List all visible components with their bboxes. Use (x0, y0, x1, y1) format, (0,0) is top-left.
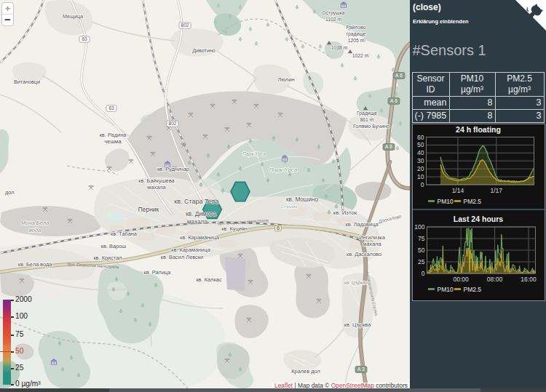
svg-text:PM2.5: PM2.5 (464, 198, 482, 205)
svg-text:кв. Димова: кв. Димова (186, 211, 216, 217)
svg-text:А 6: А 6 (385, 144, 392, 149)
svg-text:Парк Урса: Парк Урса (269, 167, 298, 173)
svg-text:60: 60 (417, 134, 424, 141)
svg-text:вода: вода (29, 227, 41, 233)
svg-text:кв. Варош: кв. Варош (101, 243, 127, 249)
svg-text:861 m: 861 m (360, 117, 374, 122)
svg-text:кв. Ладовица: кв. Ладовица (345, 221, 379, 228)
svg-text:кв. Даскалово: кв. Даскалово (347, 251, 381, 257)
svg-text:кв. Църква: кв. Църква (344, 321, 372, 328)
svg-text:75: 75 (418, 235, 425, 242)
svg-text:кв. Изток: кв. Изток (333, 209, 357, 216)
svg-text:24 h floating: 24 h floating (456, 125, 501, 134)
svg-text:63: 63 (108, 105, 114, 111)
svg-text:кв. Бела вода: кв. Бела вода (18, 261, 53, 268)
svg-text:кв. Рудничар: кв. Рудничар (157, 166, 189, 172)
svg-text:1038 m: 1038 m (331, 45, 348, 50)
svg-text:Витановци: Витановци (14, 79, 40, 85)
svg-text:63: 63 (82, 36, 87, 41)
svg-text:PM10: PM10 (438, 198, 454, 205)
svg-text:чешма: чешма (104, 138, 122, 145)
svg-text:кв. Радина: кв. Радина (100, 132, 127, 138)
svg-text:Last 24 hours: Last 24 hours (454, 215, 503, 223)
svg-text:Перник: Перник (138, 206, 159, 213)
svg-text:6: 6 (277, 225, 280, 231)
svg-text:1/17: 1/17 (491, 187, 503, 194)
svg-text:Мина Бела: Мина Бела (21, 220, 49, 226)
svg-text:20: 20 (417, 165, 424, 172)
svg-text:кв. Байкушева: кв. Байкушева (138, 177, 175, 184)
svg-text:802: 802 (181, 23, 189, 28)
svg-text:кв. Църква: кв. Църква (344, 280, 368, 286)
svg-text:кв. Стара Тева: кв. Стара Тева (174, 198, 218, 205)
svg-text:PM10: PM10 (438, 286, 454, 293)
svg-text:25: 25 (418, 258, 425, 265)
svg-text:08:00: 08:00 (487, 276, 503, 283)
svg-text:кв. Кристал: кв. Кристал (93, 255, 122, 261)
svg-text:махала: махала (147, 184, 166, 191)
svg-text:кв. Калкас: кв. Калкас (196, 276, 222, 283)
svg-text:0: 0 (421, 181, 424, 188)
svg-text:кв. Куциян: кв. Куциян (221, 225, 248, 232)
svg-text:100: 100 (414, 223, 424, 231)
svg-text:30: 30 (417, 157, 424, 164)
svg-text:кв. Караманица: кв. Караманица (180, 234, 220, 241)
svg-text:1022 m: 1022 m (352, 53, 369, 58)
svg-text:1102 m: 1102 m (325, 17, 342, 22)
svg-text:кв. Караманица: кв. Караманица (171, 247, 211, 253)
svg-text:кв. Табана: кв. Табана (111, 231, 138, 237)
svg-text:махала: махала (363, 241, 381, 247)
svg-text:Ингилизка: Ингилизка (359, 234, 385, 241)
svg-text:Струма: Струма (281, 204, 298, 209)
svg-text:Люлин: Люлин (277, 76, 294, 83)
svg-text:кв. Ралица: кв. Ралица (144, 269, 172, 276)
svg-text:махала: махала (187, 219, 208, 225)
svg-text:Голямо Бучино: Голямо Бучино (353, 123, 389, 129)
svg-text:40: 40 (417, 149, 424, 156)
svg-text:50: 50 (418, 247, 425, 254)
svg-text:кв. Васил Левски: кв. Васил Левски (161, 254, 203, 260)
svg-text:А 6: А 6 (395, 73, 403, 78)
svg-text:16:00: 16:00 (521, 276, 537, 283)
svg-text:0: 0 (422, 270, 425, 277)
svg-text:Острушка: Острушка (322, 10, 344, 16)
svg-text:кв. Мошино: кв. Мошино (286, 196, 319, 203)
svg-text:дол: дол (5, 189, 15, 196)
svg-text:Райлово: Райлово (346, 25, 365, 30)
svg-text:Дивотино: Дивотино (192, 47, 215, 54)
svg-text:1/14: 1/14 (452, 187, 464, 194)
svg-text:Градище: Градище (357, 111, 377, 116)
svg-text:градище: градище (346, 31, 365, 37)
svg-text:Кралев дол: Кралев дол (291, 368, 320, 375)
svg-text:PM2.5: PM2.5 (464, 286, 482, 293)
svg-text:Мещица: Мещица (63, 13, 83, 20)
svg-text:Парк Урса: Парк Урса (242, 151, 266, 157)
svg-text:50: 50 (417, 141, 424, 148)
svg-text:802: 802 (169, 121, 177, 126)
svg-text:10: 10 (417, 173, 424, 180)
svg-text:А 6: А 6 (390, 98, 397, 103)
svg-text:А 3: А 3 (357, 367, 365, 372)
svg-text:00:00: 00:00 (453, 276, 469, 283)
svg-text:1205 m: 1205 m (348, 38, 365, 43)
